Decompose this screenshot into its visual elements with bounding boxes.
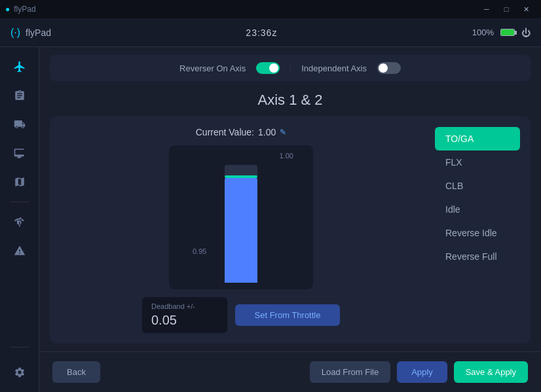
independent-toggle-thumb — [379, 63, 388, 73]
detent-item-flx[interactable]: FLX — [435, 151, 520, 174]
battery-icon — [500, 29, 515, 36]
save-and-apply-button[interactable]: Save & Apply — [454, 361, 528, 383]
close-button[interactable]: ✕ — [519, 2, 533, 16]
window-controls: ─ □ ✕ — [479, 2, 533, 16]
map-icon — [14, 176, 26, 188]
topbar: (·) flyPad 23:36z 100% ⏻ — [0, 18, 541, 47]
toggle-bar: Reverser On Axis Independent Axis — [50, 55, 531, 81]
topbar-right: 100% ⏻ — [472, 27, 531, 38]
window-titlebar: ● flyPad ─ □ ✕ — [0, 0, 541, 18]
detent-item-rev-idle[interactable]: Reverse Idle — [435, 221, 520, 245]
load-from-file-button[interactable]: Load From File — [310, 361, 390, 383]
minimize-button[interactable]: ─ — [479, 2, 494, 16]
chart-label-100: 1.00 — [280, 152, 293, 160]
settings-icon — [14, 366, 26, 378]
set-from-throttle-button[interactable]: Set From Throttle — [235, 304, 340, 326]
detent-item-idle[interactable]: Idle — [435, 198, 520, 221]
sidebar-item-plane[interactable] — [7, 54, 33, 80]
warning-icon — [14, 245, 26, 257]
chart-bar — [225, 165, 257, 283]
spacer — [39, 344, 541, 351]
detent-item-clb[interactable]: CLB — [435, 174, 520, 198]
sidebar-item-warning[interactable] — [7, 238, 33, 264]
clock-display: 23:36z — [246, 27, 277, 38]
sidebar-item-display[interactable] — [7, 140, 33, 166]
apply-button[interactable]: Apply — [397, 361, 447, 383]
sidebar-divider-2 — [10, 347, 29, 347]
deadband-label: Deadband +/- — [151, 302, 218, 310]
sidebar-item-settings[interactable] — [7, 359, 33, 385]
toggle-separator — [290, 62, 291, 75]
chart-area: 0.95 1.00 — [169, 145, 313, 289]
detent-item-rev-full[interactable]: Reverse Full — [435, 245, 520, 268]
chart-label-095: 0.95 — [193, 247, 206, 255]
sidebar-item-clipboard[interactable] — [7, 82, 33, 109]
back-button[interactable]: Back — [52, 361, 100, 383]
brand-area: (·) flyPad — [10, 27, 51, 39]
independent-toggle-label: Independent Axis — [301, 63, 367, 73]
current-value-row: Current Value: 1.00 ✎ — [196, 127, 286, 137]
brand-name: flyPad — [26, 27, 51, 38]
current-value: 1.00 — [258, 127, 276, 137]
sidebar-item-atc[interactable] — [7, 209, 33, 235]
clipboard-icon — [14, 90, 26, 101]
battery-fill — [501, 29, 514, 35]
bottom-bar: Back Load From File Apply Save & Apply — [39, 351, 541, 392]
display-icon — [14, 147, 26, 159]
chart-bar-container — [225, 165, 257, 283]
sidebar-item-truck[interactable] — [7, 111, 33, 137]
chart-bar-fill — [225, 178, 257, 283]
brand-radio-icon: (·) — [10, 27, 20, 39]
content-area: Reverser On Axis Independent Axis Axis 1… — [39, 47, 541, 392]
edit-icon[interactable]: ✎ — [280, 128, 286, 137]
app-title: flyPad — [14, 5, 35, 14]
maximize-button[interactable]: □ — [499, 2, 513, 16]
app-logo-icon: ● — [5, 5, 10, 14]
reverser-toggle[interactable] — [256, 62, 280, 74]
sidebar-divider-1 — [10, 202, 29, 202]
power-icon[interactable]: ⏻ — [521, 27, 531, 38]
detent-list: TO/GA FLX CLB Idle Reverse Idle Reverse … — [435, 127, 520, 268]
battery-body — [500, 29, 515, 36]
sidebar — [0, 47, 39, 392]
reverser-toggle-thumb — [269, 63, 278, 73]
deadband-box: Deadband +/- 0.05 — [142, 297, 227, 333]
axis-left: Current Value: 1.00 ✎ 0.95 1.00 — [60, 127, 422, 333]
deadband-value: 0.05 — [151, 313, 218, 328]
bottom-right-buttons: Load From File Apply Save & Apply — [310, 361, 528, 383]
plane-icon — [13, 60, 26, 73]
sidebar-item-map[interactable] — [7, 169, 33, 195]
main-layout: Reverser On Axis Independent Axis Axis 1… — [0, 47, 541, 392]
truck-icon — [13, 118, 26, 130]
axis-panel: Current Value: 1.00 ✎ 0.95 1.00 — [50, 116, 531, 344]
battery-pct-label: 100% — [472, 27, 494, 37]
page-title: Axis 1 & 2 — [39, 92, 541, 109]
reverser-toggle-label: Reverser On Axis — [179, 63, 246, 73]
current-value-label: Current Value: — [196, 127, 254, 137]
atc-icon — [14, 216, 26, 228]
independent-toggle[interactable] — [377, 62, 401, 74]
detent-item-toga[interactable]: TO/GA — [435, 127, 520, 151]
